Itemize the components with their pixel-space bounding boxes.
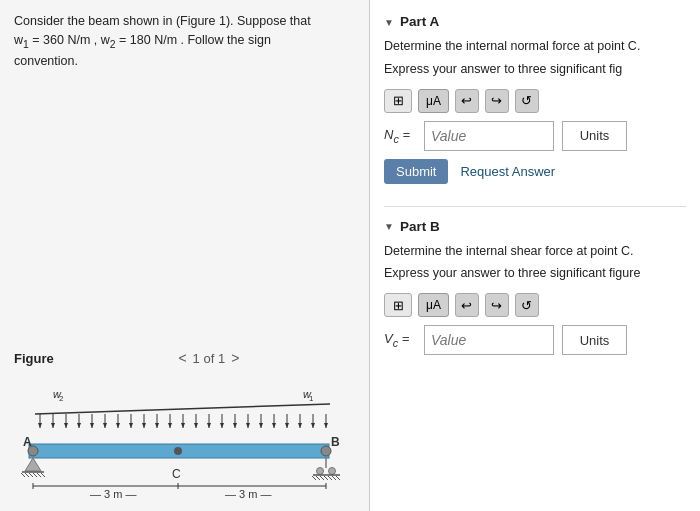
part-a-title: Part A	[400, 14, 439, 29]
part-a-desc1: Determine the internal normal force at p…	[384, 37, 686, 56]
svg-marker-43	[298, 423, 302, 428]
part-a-input-row: Nc = Units	[384, 121, 686, 151]
svg-marker-5	[51, 423, 55, 428]
svg-line-63	[320, 476, 324, 480]
svg-point-58	[316, 468, 323, 475]
svg-line-66	[332, 476, 336, 480]
part-a-submit-btn[interactable]: Submit	[384, 159, 448, 184]
svg-marker-25	[181, 423, 185, 428]
figure-label: Figure	[14, 351, 54, 366]
part-b-mu-btn[interactable]: μΑ	[418, 293, 449, 317]
left-panel: Consider the beam shown in (Figure 1). S…	[0, 0, 370, 511]
part-b-desc2: Express your answer to three significant…	[384, 264, 686, 283]
svg-marker-23	[168, 423, 172, 428]
svg-marker-39	[272, 423, 276, 428]
part-a-mu-btn[interactable]: μΑ	[418, 89, 449, 113]
nav-next[interactable]: >	[231, 350, 239, 366]
part-a-units: Units	[562, 121, 627, 151]
svg-marker-33	[233, 423, 237, 428]
svg-text:2: 2	[59, 394, 64, 403]
svg-text:1: 1	[309, 394, 314, 403]
part-b-units: Units	[562, 325, 627, 355]
dim-right: — 3 m —	[225, 488, 271, 500]
part-b-reset-btn[interactable]: ↺	[515, 293, 539, 317]
part-b-value-input[interactable]	[424, 325, 554, 355]
format-icon-b: ⊞	[393, 298, 404, 313]
dim-left: — 3 m —	[90, 488, 136, 500]
svg-marker-35	[246, 423, 250, 428]
svg-line-48	[35, 404, 330, 414]
divider	[384, 206, 686, 207]
svg-marker-21	[155, 423, 159, 428]
part-a-format-btn[interactable]: ⊞	[384, 89, 412, 113]
svg-marker-11	[90, 423, 94, 428]
part-b-header: ▼ Part B	[384, 219, 686, 234]
part-a-desc2: Express your answer to three significant…	[384, 60, 686, 79]
svg-marker-47	[324, 423, 328, 428]
svg-line-56	[41, 473, 45, 477]
part-a-toggle[interactable]: ▼	[384, 17, 394, 27]
part-b-format-btn[interactable]: ⊞	[384, 293, 412, 317]
svg-point-59	[328, 468, 335, 475]
part-a-btn-row: Submit Request Answer	[384, 159, 686, 184]
svg-marker-15	[116, 423, 120, 428]
svg-marker-29	[207, 423, 211, 428]
figure-nav: < 1 of 1 >	[178, 350, 239, 366]
roller-b	[321, 446, 331, 456]
beam-figure: w 2 w 1	[0, 376, 369, 511]
svg-marker-49	[25, 458, 41, 471]
svg-line-52	[25, 473, 29, 477]
label-a: A	[23, 435, 32, 449]
svg-marker-41	[285, 423, 289, 428]
svg-marker-31	[220, 423, 224, 428]
part-b-toggle[interactable]: ▼	[384, 221, 394, 231]
svg-marker-7	[64, 423, 68, 428]
label-b: B	[331, 435, 340, 449]
nav-page: 1 of 1	[193, 351, 226, 366]
svg-marker-45	[311, 423, 315, 428]
problem-line1: Consider the beam shown in (Figure 1). S…	[14, 14, 311, 28]
problem-text: Consider the beam shown in (Figure 1). S…	[14, 12, 355, 71]
part-b-desc1: Determine the internal shear force at po…	[384, 242, 686, 261]
svg-marker-9	[77, 423, 81, 428]
svg-marker-13	[103, 423, 107, 428]
problem-line3: convention.	[14, 54, 78, 68]
part-b-input-label: Vc =	[384, 331, 416, 349]
beam-svg: w 2 w 1	[15, 386, 355, 501]
nav-prev[interactable]: <	[178, 350, 186, 366]
part-b-title: Part B	[400, 219, 440, 234]
label-c: C	[172, 467, 181, 481]
format-icon: ⊞	[393, 93, 404, 108]
part-b-redo-btn[interactable]: ↪	[485, 293, 509, 317]
svg-marker-37	[259, 423, 263, 428]
problem-line2: w1 = 360 N/m , w2 = 180 N/m . Follow the…	[14, 33, 271, 47]
part-a-header: ▼ Part A	[384, 14, 686, 29]
svg-line-65	[328, 476, 332, 480]
part-a-redo-btn[interactable]: ↪	[485, 89, 509, 113]
svg-line-54	[33, 473, 37, 477]
point-c	[174, 447, 182, 455]
svg-line-55	[37, 473, 41, 477]
part-b-toolbar: ⊞ μΑ ↩ ↪ ↺	[384, 293, 686, 317]
svg-line-64	[324, 476, 328, 480]
part-a-request-btn[interactable]: Request Answer	[460, 164, 555, 179]
svg-marker-3	[38, 423, 42, 428]
svg-line-51	[21, 473, 25, 477]
part-a-input-label: Nc =	[384, 127, 416, 145]
svg-marker-19	[142, 423, 146, 428]
right-panel: ▼ Part A Determine the internal normal f…	[370, 0, 700, 511]
svg-line-62	[316, 476, 320, 480]
part-a-undo-btn[interactable]: ↩	[455, 89, 479, 113]
svg-line-61	[312, 476, 316, 480]
part-a-reset-btn[interactable]: ↺	[515, 89, 539, 113]
part-a-value-input[interactable]	[424, 121, 554, 151]
svg-line-67	[336, 476, 340, 480]
part-a-toolbar: ⊞ μΑ ↩ ↪ ↺	[384, 89, 686, 113]
part-b-undo-btn[interactable]: ↩	[455, 293, 479, 317]
part-b-input-row: Vc = Units	[384, 325, 686, 355]
svg-marker-17	[129, 423, 133, 428]
svg-line-53	[29, 473, 33, 477]
svg-marker-27	[194, 423, 198, 428]
